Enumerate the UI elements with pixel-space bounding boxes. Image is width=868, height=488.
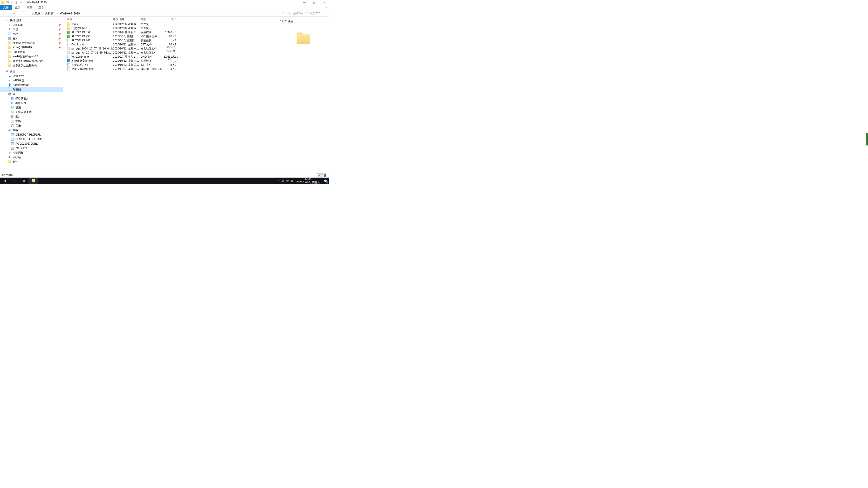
crumb-this-pc[interactable]: 此电脑› xyxy=(31,11,43,16)
nav-item[interactable]: excel表格制作求和📌 xyxy=(0,41,63,45)
nav-item[interactable]: ☁OneDrive xyxy=(0,74,63,78)
nav-item[interactable]: 华为手机时间设置24小时 xyxy=(0,59,63,63)
col-size[interactable]: 大小 xyxy=(164,18,178,21)
back-button[interactable]: ← xyxy=(1,11,6,16)
nav-item[interactable]: 👤Administrator xyxy=(0,83,63,87)
nav-item[interactable]: PC-20190530OBLA xyxy=(0,141,63,146)
folder-icon xyxy=(67,22,70,26)
ribbon-tab-share[interactable]: 共享 xyxy=(24,5,35,10)
search-input[interactable]: 搜索"Win10x64_2020" xyxy=(292,11,328,16)
file-row[interactable]: AUTORUN.ICO 2015/5/10, 星期日 02... ICO 图片文… xyxy=(63,34,277,38)
file-row[interactable]: AUTORUN.INF 2015/5/10, 星期日 02... 安装信息 1 … xyxy=(63,38,277,42)
chevron-right-icon[interactable]: › xyxy=(40,12,43,15)
recent-dropdown[interactable]: ▾ xyxy=(13,11,16,16)
up-button[interactable]: ↑ xyxy=(16,11,21,16)
qat-new-folder-icon[interactable]: ✕ xyxy=(10,0,14,4)
file-list[interactable]: Tools 2020/12/26, 星期六 1... 文件夹 U盘安装教程 20… xyxy=(63,22,277,173)
minimize-button[interactable]: — xyxy=(299,0,309,5)
nav-item[interactable]: ⚙控制面板 xyxy=(0,151,63,155)
nav-item[interactable]: ☁WPS网盘 xyxy=(0,78,63,83)
navigation-pane[interactable]: ★快速访问 🖥Desktop📌⬇下载📌📄文档📌🖼图片📌excel表格制作求和📌Y… xyxy=(0,17,63,173)
file-type: 360 se HTML Do... xyxy=(141,67,164,70)
nav-item-label: 本机照片 xyxy=(16,101,26,105)
nav-item[interactable]: ⬇下载📌 xyxy=(0,27,63,32)
start-button[interactable]: ⊞ xyxy=(0,177,9,184)
file-row[interactable]: 硬盘安装教程.html 2016/11/21, 星期一 2... 360 se … xyxy=(63,67,277,71)
file-date: 2020/12/26, 星期六 1... xyxy=(113,26,141,30)
ribbon-tab-file[interactable]: 文件 xyxy=(0,5,12,10)
preview-pane: 12 个项目 xyxy=(277,17,329,173)
file-row[interactable]: 本地硬盘安装.exe 2020/10/12, 星期一 1... 应用程序 28,… xyxy=(63,59,277,63)
ribbon: 文件 主页 共享 查看 ? xyxy=(0,5,329,10)
action-center-button[interactable]: 💬3 xyxy=(323,178,328,184)
search-button[interactable]: ⌕ xyxy=(9,177,19,184)
ribbon-tab-home[interactable]: 主页 xyxy=(12,5,24,10)
nav-item[interactable]: ZMT2019 xyxy=(0,146,63,151)
maximize-button[interactable]: ▢ xyxy=(309,0,319,5)
nav-item[interactable]: DESKTOP-HL0PLFL xyxy=(0,132,63,137)
nav-item[interactable]: 🖼图片 xyxy=(0,114,63,119)
file-row[interactable]: U盘安装教程 2020/12/26, 星期六 1... 文件夹 xyxy=(63,26,277,30)
crumb-drive[interactable]: 文档 (E:)› xyxy=(44,11,59,16)
col-type[interactable]: 类型 xyxy=(141,18,164,21)
file-name: AUTORUN.EXE xyxy=(71,31,91,34)
nav-item[interactable]: 拼多多怎么注销账号 xyxy=(0,63,63,68)
file-row[interactable]: Tools 2020/12/26, 星期六 1... 文件夹 xyxy=(63,22,277,26)
qat-delete-icon[interactable]: 🗑 xyxy=(14,0,19,4)
file-type: DAT 文件 xyxy=(141,43,164,46)
folder-icon xyxy=(8,59,11,63)
nav-item[interactable]: 天翼云盘下载 xyxy=(0,110,63,114)
file-name: 本地硬盘安装.exe xyxy=(71,59,93,63)
view-large-icons-button[interactable]: ▦ xyxy=(322,173,327,177)
chevron-right-icon[interactable]: › xyxy=(80,12,82,15)
nav-item[interactable]: 📚库 xyxy=(0,92,63,96)
view-details-button[interactable]: ≡ xyxy=(317,173,322,177)
ribbon-help-button[interactable]: ? xyxy=(323,5,329,10)
folder-icon xyxy=(67,26,70,30)
clock[interactable]: 14:40 2020/12/26, 星期六 xyxy=(295,178,321,184)
qat-dropdown-icon[interactable]: ▾ xyxy=(19,0,23,4)
explorer-taskbar-button[interactable] xyxy=(29,177,38,184)
task-view-button[interactable]: ⧉ xyxy=(19,177,29,184)
ribbon-tab-view[interactable]: 查看 xyxy=(35,5,47,10)
file-type: 应用程序 xyxy=(141,31,164,34)
tray-overflow-icon[interactable]: ˄ xyxy=(278,180,279,182)
chevron-right-icon[interactable]: › xyxy=(28,12,30,15)
breadcrumb[interactable]: › 此电脑› 文档 (E:)› Win10x64_2020› xyxy=(22,11,280,16)
mail-icon[interactable]: ✉ xyxy=(291,180,293,183)
file-row[interactable]: pe_yqs_xp_20_07_31_15_53.iso 2020/10/12,… xyxy=(63,51,277,55)
file-row[interactable]: AUTORUN.EXE 2016/1/8, 星期五 04:... 应用程序 1,… xyxy=(63,30,277,34)
nav-item[interactable]: 🖼保存的图片 xyxy=(0,96,63,101)
nav-item[interactable]: 🖥Desktop📌 xyxy=(0,23,63,27)
nav-item[interactable]: 🎵音乐 xyxy=(0,123,63,128)
nav-item[interactable]: 🖼本机照片 xyxy=(0,101,63,105)
col-date[interactable]: 修改日期 xyxy=(113,18,141,21)
folder-icon xyxy=(8,41,11,45)
nav-item[interactable]: Bandicam xyxy=(0,50,63,54)
nav-quick-access[interactable]: ★快速访问 xyxy=(0,18,63,23)
nav-item[interactable]: 软件 xyxy=(0,160,63,164)
nav-item[interactable]: 此电脑 xyxy=(0,87,63,92)
nav-desktop[interactable]: 🖥桌面 xyxy=(0,69,63,74)
volume-icon[interactable]: 🔊 xyxy=(281,180,285,183)
txt-icon xyxy=(67,43,70,46)
nav-item[interactable]: 📄文档📌 xyxy=(0,32,63,36)
crumb-folder[interactable]: Win10x64_2020› xyxy=(59,11,83,16)
nav-item[interactable]: YUNQISHI2019📌 xyxy=(0,45,63,50)
nav-item[interactable]: 🖼图片📌 xyxy=(0,36,63,41)
ime-indicator[interactable]: 中 xyxy=(286,179,289,183)
close-button[interactable]: ✕ xyxy=(319,0,329,5)
refresh-button[interactable]: ⟳ xyxy=(286,12,291,15)
chevron-right-icon[interactable]: › xyxy=(56,12,58,15)
nav-item[interactable]: DESKTOP-LSSOEDP xyxy=(0,137,63,141)
nav-network[interactable]: 🖧网络 xyxy=(0,128,63,132)
address-dropdown[interactable]: ˅ xyxy=(281,12,285,15)
nav-item[interactable]: 📄文档 xyxy=(0,119,63,123)
file-row[interactable]: 光盘说明.TXT 2016/10/23, 星期日 0... TXT 文件 5 K… xyxy=(63,63,277,67)
qat-properties-icon[interactable]: ☑ xyxy=(5,0,9,4)
nav-item[interactable]: win10重装64位win10 xyxy=(0,54,63,59)
nav-item[interactable]: 🎞视频 xyxy=(0,105,63,110)
forward-button[interactable]: → xyxy=(7,11,12,16)
nav-item[interactable]: 🗑回收站 xyxy=(0,155,63,160)
col-name[interactable]: 名称 xyxy=(63,18,113,21)
